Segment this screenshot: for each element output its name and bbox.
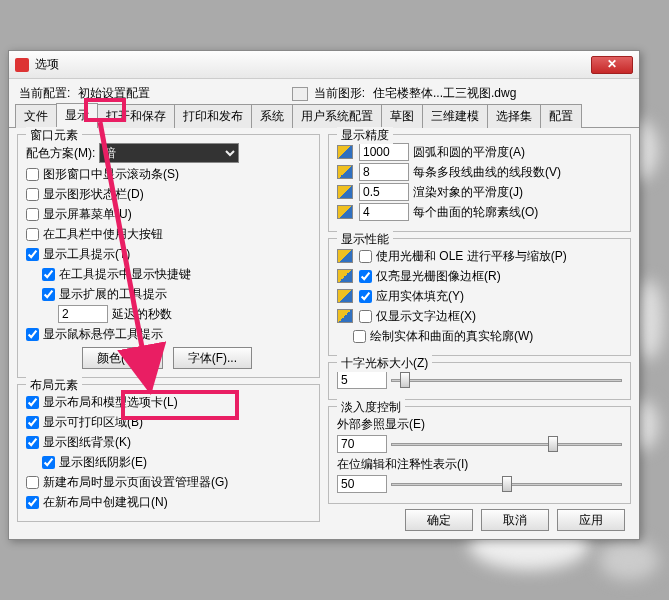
group-title-window-elements: 窗口元素 [26,127,82,144]
cb-screen-menu[interactable] [26,208,39,221]
drawing-override-icon [337,185,353,199]
current-profile-value: 初始设置配置 [78,85,291,102]
current-profile-label: 当前配置: [19,85,70,102]
drawing-icon [292,87,308,101]
lbl-printable: 显示可打印区域(B) [43,414,143,431]
lbl-delay: 延迟的秒数 [112,306,172,323]
group-title-performance: 显示性能 [337,231,393,248]
lbl-large-buttons: 在工具栏中使用大按钮 [43,226,163,243]
lbl-xref-fade: 外部参照显示(E) [337,416,425,433]
tab-files[interactable]: 文件 [15,104,57,128]
cb-viewport[interactable] [26,496,39,509]
lbl-layout-tabs: 显示布局和模型选项卡(L) [43,394,178,411]
lbl-ext-tooltips: 显示扩展的工具提示 [59,286,167,303]
apply-button[interactable]: 应用 [557,509,625,531]
drawing-override-icon [337,249,353,263]
titlebar: 选项 ✕ [9,51,639,79]
arc-smoothness-input[interactable] [359,143,409,161]
drawing-override-icon [337,145,353,159]
cancel-button[interactable]: 取消 [481,509,549,531]
cb-large-buttons[interactable] [26,228,39,241]
drawing-override-icon [337,289,353,303]
lbl-highlight-frame: 仅亮显光栅图像边框(R) [376,268,501,285]
cb-page-setup[interactable] [26,476,39,489]
cb-solid-fill[interactable] [359,290,372,303]
fonts-button[interactable]: 字体(F)... [173,347,252,369]
cb-highlight-frame[interactable] [359,270,372,283]
cb-paper-shadow[interactable] [42,456,55,469]
cb-statusbar[interactable] [26,188,39,201]
lbl-screen-menu: 显示屏幕菜单(U) [43,206,132,223]
lbl-text-frame: 仅显示文字边框(X) [376,308,476,325]
cb-scrollbars[interactable] [26,168,39,181]
group-window-elements: 窗口元素 配色方案(M): 暗 图形窗口中显示滚动条(S) 显示图形状态栏(D)… [17,134,320,378]
lbl-contour: 每个曲面的轮廓素线(O) [413,204,538,221]
crosshair-size-input[interactable] [337,371,387,389]
group-title-crosshair: 十字光标大小(Z) [337,355,432,372]
lbl-true-silh: 绘制实体和曲面的真实轮廓(W) [370,328,533,345]
cb-pan-zoom[interactable] [359,250,372,263]
app-icon [15,58,29,72]
lbl-tooltips: 显示工具提示(T) [43,246,130,263]
lbl-scrollbars: 图形窗口中显示滚动条(S) [43,166,179,183]
lbl-pan-zoom: 使用光栅和 OLE 进行平移与缩放(P) [376,248,567,265]
lbl-page-setup: 新建布局时显示页面设置管理器(G) [43,474,228,491]
lbl-viewport: 在新布局中创建视口(N) [43,494,168,511]
lbl-seg: 每条多段线曲线的线段数(V) [413,164,561,181]
current-drawing-value: 住宅楼整体...工三视图.dwg [373,85,629,102]
group-resolution: 显示精度 圆弧和圆的平滑度(A) 每条多段线曲线的线段数(V) 渲染对象的平滑度… [328,134,631,232]
tab-bar: 文件 显示 打开和保存 打印和发布 系统 用户系统配置 草图 三维建模 选择集 … [9,106,639,128]
cb-printable[interactable] [26,416,39,429]
group-title-layout-elements: 布局元素 [26,377,82,394]
group-performance: 显示性能 使用光栅和 OLE 进行平移与缩放(P) 仅亮显光栅图像边框(R) 应… [328,238,631,356]
xref-fade-input[interactable] [337,435,387,453]
inplace-fade-input[interactable] [337,475,387,493]
tab-drafting[interactable]: 草图 [381,104,423,128]
drawing-override-icon [337,269,353,283]
color-scheme-label: 配色方案(M): [26,145,95,162]
group-fade: 淡入度控制 外部参照显示(E) 在位编辑和注释性表示(I) [328,406,631,504]
lbl-inplace-fade: 在位编辑和注释性表示(I) [337,456,468,473]
ok-button[interactable]: 确定 [405,509,473,531]
inplace-fade-slider[interactable] [391,475,622,493]
delay-seconds-input[interactable] [58,305,108,323]
cb-rollover[interactable] [26,328,39,341]
tab-system[interactable]: 系统 [251,104,293,128]
info-row: 当前配置: 初始设置配置 当前图形: 住宅楼整体...工三视图.dwg [9,79,639,106]
cb-shortcuts[interactable] [42,268,55,281]
lbl-statusbar: 显示图形状态栏(D) [43,186,144,203]
cb-true-silh[interactable] [353,330,366,343]
cb-paper-bg[interactable] [26,436,39,449]
lbl-paper-bg: 显示图纸背景(K) [43,434,131,451]
cb-tooltips[interactable] [26,248,39,261]
tab-3d-modeling[interactable]: 三维建模 [422,104,488,128]
group-layout-elements: 布局元素 显示布局和模型选项卡(L) 显示可打印区域(B) 显示图纸背景(K) … [17,384,320,522]
tab-selection[interactable]: 选择集 [487,104,541,128]
tab-open-save[interactable]: 打开和保存 [97,104,175,128]
tab-display[interactable]: 显示 [56,103,98,128]
tab-plot-publish[interactable]: 打印和发布 [174,104,252,128]
contour-lines-input[interactable] [359,203,409,221]
colors-button[interactable]: 颜色(C)... [82,347,163,369]
window-title: 选项 [35,56,591,73]
drawing-override-icon [337,205,353,219]
cb-text-frame[interactable] [359,310,372,323]
dialog-footer: 确定 取消 应用 [405,509,625,531]
close-button[interactable]: ✕ [591,56,633,74]
polyline-segments-input[interactable] [359,163,409,181]
current-drawing-label: 当前图形: [314,85,365,102]
cb-layout-tabs[interactable] [26,396,39,409]
tab-user-prefs[interactable]: 用户系统配置 [292,104,382,128]
lbl-solid-fill: 应用实体填充(Y) [376,288,464,305]
cb-ext-tooltips[interactable] [42,288,55,301]
color-scheme-select[interactable]: 暗 [99,143,239,163]
group-crosshair: 十字光标大小(Z) [328,362,631,400]
group-title-fade: 淡入度控制 [337,399,405,416]
tab-profiles[interactable]: 配置 [540,104,582,128]
render-smoothness-input[interactable] [359,183,409,201]
crosshair-size-slider[interactable] [391,371,622,389]
drawing-override-icon [337,165,353,179]
xref-fade-slider[interactable] [391,435,622,453]
lbl-paper-shadow: 显示图纸阴影(E) [59,454,147,471]
lbl-render: 渲染对象的平滑度(J) [413,184,523,201]
